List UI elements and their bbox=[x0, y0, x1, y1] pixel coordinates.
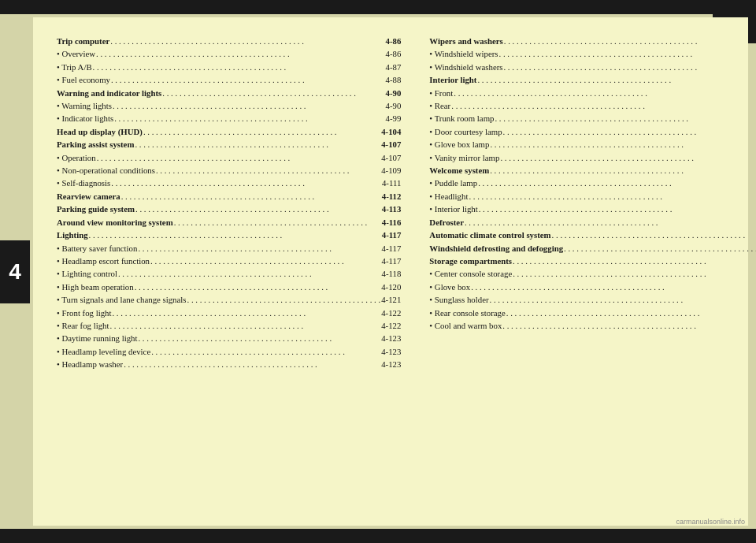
toc-entry: • Fuel economy . . . . . . . . . . . . .… bbox=[57, 73, 401, 86]
toc-entry: • High beam operation . . . . . . . . . … bbox=[57, 281, 401, 293]
toc-page: 4-86 bbox=[386, 47, 402, 60]
toc-dots: . . . . . . . . . . . . . . . . . . . . … bbox=[174, 216, 381, 229]
toc-entry: • Operation . . . . . . . . . . . . . . … bbox=[57, 151, 401, 164]
toc-page: 4-107 bbox=[381, 138, 401, 151]
toc-entry: • Turn signals and lane change signals .… bbox=[57, 293, 401, 306]
toc-entry: • Headlamp washer . . . . . . . . . . . … bbox=[57, 358, 401, 370]
toc-page: 4-118 bbox=[382, 267, 402, 280]
toc-dots: . . . . . . . . . . . . . . . . . . . . … bbox=[513, 255, 756, 267]
toc-entry: • Self-diagnosis . . . . . . . . . . . .… bbox=[57, 177, 401, 189]
toc-title: • Fuel economy bbox=[57, 73, 110, 86]
toc-page: 4-123 bbox=[381, 332, 401, 344]
toc-page: 4-90 bbox=[386, 99, 402, 112]
toc-dots: . . . . . . . . . . . . . . . . . . . . … bbox=[469, 190, 756, 203]
toc-page: 4-121 bbox=[381, 293, 401, 306]
toc-page: 4-87 bbox=[386, 61, 402, 73]
toc-dots: . . . . . . . . . . . . . . . . . . . . … bbox=[97, 151, 381, 164]
toc-dots: . . . . . . . . . . . . . . . . . . . . … bbox=[138, 242, 380, 255]
toc-title: • Sunglass holder bbox=[429, 293, 488, 306]
toc-title: • Daytime running light bbox=[57, 332, 137, 344]
toc-page: 4-122 bbox=[381, 307, 401, 319]
toc-title: • High beam operation bbox=[57, 281, 134, 293]
toc-title: Windshield defrosting and defogging bbox=[429, 242, 563, 255]
toc-title: • Front bbox=[429, 87, 453, 99]
toc-dots: . . . . . . . . . . . . . . . . . . . . … bbox=[112, 307, 380, 319]
toc-page: 4-117 bbox=[382, 229, 402, 241]
toc-dots: . . . . . . . . . . . . . . . . . . . . … bbox=[162, 87, 384, 99]
toc-entry: • Front . . . . . . . . . . . . . . . . … bbox=[429, 87, 756, 99]
toc-title: Warning and indicator lights bbox=[57, 87, 161, 99]
toc-entry: Head up display (HUD) . . . . . . . . . … bbox=[57, 125, 401, 138]
toc-entry: • Puddle lamp . . . . . . . . . . . . . … bbox=[429, 177, 756, 189]
toc-dots: . . . . . . . . . . . . . . . . . . . . … bbox=[111, 177, 381, 189]
toc-entry: • Sunglass holder . . . . . . . . . . . … bbox=[429, 293, 756, 306]
toc-entry: Windshield defrosting and defogging . . … bbox=[429, 242, 756, 255]
toc-entry: Trip computer . . . . . . . . . . . . . … bbox=[57, 35, 401, 47]
toc-dots: . . . . . . . . . . . . . . . . . . . . … bbox=[138, 332, 380, 344]
toc-title: Rearview camera bbox=[57, 190, 120, 203]
toc-page: 4-116 bbox=[382, 216, 402, 229]
toc-title: • Headlamp escort function bbox=[57, 255, 150, 267]
toc-entry: Welcome system . . . . . . . . . . . . .… bbox=[429, 164, 756, 177]
toc-entry: • Glove box . . . . . . . . . . . . . . … bbox=[429, 281, 756, 293]
toc-entry: • Daytime running light . . . . . . . . … bbox=[57, 332, 401, 344]
toc-title: • Glove box bbox=[429, 281, 470, 293]
toc-page: 4-123 bbox=[381, 358, 401, 370]
toc-entry: Rearview camera . . . . . . . . . . . . … bbox=[57, 190, 401, 203]
toc-entry: • Battery saver function . . . . . . . .… bbox=[57, 242, 401, 255]
toc-title: • Cool and warm box bbox=[429, 319, 502, 332]
toc-title: Trip computer bbox=[57, 35, 109, 47]
toc-title: Automatic climate control system bbox=[429, 229, 550, 241]
toc-entry: • Non-operational conditions . . . . . .… bbox=[57, 164, 401, 177]
toc-dots: . . . . . . . . . . . . . . . . . . . . … bbox=[490, 164, 756, 177]
toc-title: • Headlamp leveling device bbox=[57, 345, 150, 358]
toc-page: 4-117 bbox=[382, 255, 402, 267]
toc-title: • Rear console storage bbox=[429, 307, 505, 319]
toc-title: • Vanity mirror lamp bbox=[429, 151, 499, 164]
toc-page: 4-120 bbox=[381, 281, 401, 293]
toc-page: 4-113 bbox=[382, 203, 402, 215]
toc-dots: . . . . . . . . . . . . . . . . . . . . … bbox=[93, 61, 385, 73]
toc-title: • Non-operational conditions bbox=[57, 164, 155, 177]
toc-entry: Defroster . . . . . . . . . . . . . . . … bbox=[429, 216, 756, 229]
toc-dots: . . . . . . . . . . . . . . . . . . . . … bbox=[451, 99, 756, 112]
toc-dots: . . . . . . . . . . . . . . . . . . . . … bbox=[124, 358, 380, 370]
toc-dots: . . . . . . . . . . . . . . . . . . . . … bbox=[564, 242, 756, 255]
toc-entry: Warning and indicator lights . . . . . .… bbox=[57, 87, 401, 99]
toc-title: • Glove box lamp bbox=[429, 138, 489, 151]
toc-entry: • Warning lights . . . . . . . . . . . .… bbox=[57, 99, 401, 112]
toc-entry: • Windshield wipers . . . . . . . . . . … bbox=[429, 47, 756, 60]
toc-dots: . . . . . . . . . . . . . . . . . . . . … bbox=[552, 229, 756, 241]
chapter-tab: 4 bbox=[0, 240, 30, 303]
toc-entry: Parking assist system . . . . . . . . . … bbox=[57, 138, 401, 151]
toc-dots: . . . . . . . . . . . . . . . . . . . . … bbox=[490, 293, 756, 306]
toc-dots: . . . . . . . . . . . . . . . . . . . . … bbox=[150, 255, 381, 267]
toc-dots: . . . . . . . . . . . . . . . . . . . . … bbox=[89, 229, 381, 241]
toc-title: • Windshield washers bbox=[429, 61, 502, 73]
toc-entry: • Cool and warm box . . . . . . . . . . … bbox=[429, 319, 756, 332]
toc-title: • Warning lights bbox=[57, 99, 112, 112]
toc-entry: • Headlight . . . . . . . . . . . . . . … bbox=[429, 190, 756, 203]
toc-dots: . . . . . . . . . . . . . . . . . . . . … bbox=[506, 307, 756, 319]
toc-entry: Automatic climate control system . . . .… bbox=[429, 229, 756, 241]
toc-dots: . . . . . . . . . . . . . . . . . . . . … bbox=[135, 138, 380, 151]
toc-dots: . . . . . . . . . . . . . . . . . . . . … bbox=[479, 203, 756, 215]
toc-dots: . . . . . . . . . . . . . . . . . . . . … bbox=[143, 125, 380, 138]
toc-title: • Overview bbox=[57, 47, 95, 60]
toc-dots: . . . . . . . . . . . . . . . . . . . . … bbox=[121, 190, 381, 203]
toc-title: • Front fog light bbox=[57, 307, 111, 319]
toc-title: • Interior light bbox=[429, 203, 477, 215]
toc-entry: • Lighting control . . . . . . . . . . .… bbox=[57, 267, 401, 280]
toc-title: Parking assist system bbox=[57, 138, 134, 151]
toc-entry: Storage compartments . . . . . . . . . .… bbox=[429, 255, 756, 267]
toc-dots: . . . . . . . . . . . . . . . . . . . . … bbox=[109, 319, 380, 332]
toc-title: • Self-diagnosis bbox=[57, 177, 110, 189]
toc-page: 4-104 bbox=[381, 125, 401, 138]
toc-entry: Around view monitoring system . . . . . … bbox=[57, 216, 401, 229]
top-bar bbox=[0, 0, 756, 14]
toc-dots: . . . . . . . . . . . . . . . . . . . . … bbox=[513, 267, 756, 280]
toc-dots: . . . . . . . . . . . . . . . . . . . . … bbox=[135, 281, 381, 293]
toc-dots: . . . . . . . . . . . . . . . . . . . . … bbox=[502, 319, 756, 332]
toc-page: 4-107 bbox=[381, 151, 401, 164]
toc-entry: • Rear fog light . . . . . . . . . . . .… bbox=[57, 319, 401, 332]
